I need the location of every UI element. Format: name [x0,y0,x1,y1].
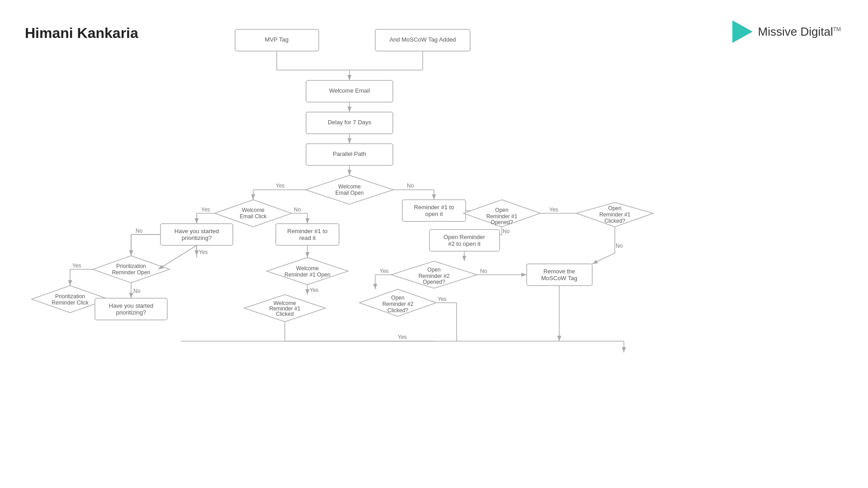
svg-text:No: No [294,206,301,213]
svg-text:Yes: Yes [380,268,389,274]
svg-text:Yes: Yes [72,263,81,269]
svg-text:Open: Open [427,267,440,273]
open-reminder2-to-open-box: Open Reminder #2 to open it [429,230,500,251]
svg-text:Welcome: Welcome [338,183,361,190]
open-reminder2-clicked-diamond: Open Reminder #2 Clicked? [359,289,436,316]
welcome-reminder1-open-diamond: Welcome Reminder #1 Open [267,258,348,285]
svg-text:Open: Open [495,207,508,213]
svg-text:Clicked?: Clicked? [387,307,408,314]
open-reminder1-opened-diamond: Open Reminder #1 Opened? [463,200,540,227]
svg-line-122 [158,245,197,269]
svg-text:Reminder #1: Reminder #1 [599,211,631,218]
welcome-email-open-diamond: Welcome Email Open [306,175,393,204]
svg-text:No: No [136,228,143,234]
svg-text:Clicked?: Clicked? [604,218,625,224]
svg-text:Open: Open [391,295,404,301]
svg-text:Email Open: Email Open [335,190,364,196]
svg-line-117 [592,253,615,264]
svg-text:Yes: Yes [276,183,285,189]
svg-text:read it: read it [299,235,316,241]
have-started-prioritizing2-box: Have you started prioritizing? [95,298,167,320]
prioritization-reminder-open-diamond: Prioritization Reminder Open [93,256,170,283]
svg-text:Reminder #1 to: Reminder #1 to [414,204,454,211]
svg-text:No: No [407,183,414,189]
reminder1-open-it-box: Reminder #1 to open it [402,200,466,221]
welcome-email-box: Welcome Email [306,80,393,102]
svg-text:Reminder #2: Reminder #2 [419,273,450,279]
svg-text:#2 to open it: #2 to open it [448,240,481,247]
svg-text:prioritizing?: prioritizing? [182,235,212,241]
svg-text:Welcome: Welcome [242,207,264,213]
parallel-path-box: Parallel Path [306,144,393,165]
svg-text:Reminder Click: Reminder Click [52,300,89,306]
svg-text:Reminder #2: Reminder #2 [382,301,414,307]
svg-text:Delay for 7 Days: Delay for 7 Days [328,119,372,126]
flowchart: MVP Tag And MoSCoW Tag Added Welcome Ema… [0,0,868,488]
svg-text:Remove the: Remove the [543,268,575,275]
svg-text:Yes: Yes [398,334,407,340]
svg-text:Email Click: Email Click [240,213,267,220]
svg-text:Parallel Path: Parallel Path [333,150,366,157]
svg-text:Yes: Yes [549,206,558,213]
svg-text:Reminder #1 to: Reminder #1 to [288,228,328,235]
svg-text:Yes: Yes [201,206,210,213]
svg-text:Opened?: Opened? [423,279,445,285]
svg-text:Welcome: Welcome [296,265,319,272]
svg-text:Clicked: Clicked [276,311,293,317]
svg-text:Yes: Yes [310,287,319,293]
mvp-tag-box: MVP Tag [235,29,319,51]
reminder1-read-box: Reminder #1 to read it [276,224,339,245]
svg-text:Reminder Open: Reminder Open [112,269,151,276]
open-reminder1-clicked-diamond: Open Reminder #1 Clicked? [576,202,653,227]
svg-text:Open Reminder: Open Reminder [443,234,485,240]
svg-text:Yes: Yes [199,249,208,255]
svg-text:Prioritization: Prioritization [116,263,146,269]
welcome-reminder1-clicked-diamond: Welcome Reminder #1 Clicked [244,295,326,322]
svg-text:Open: Open [608,205,621,211]
welcome-email-click-diamond: Welcome Email Click [215,200,292,227]
svg-text:Opened?: Opened? [491,219,513,225]
svg-text:No: No [133,288,141,294]
svg-text:MVP Tag: MVP Tag [265,36,288,43]
svg-text:Welcome Email: Welcome Email [329,87,370,94]
remove-moscow-box: Remove the MoSCoW Tag [527,264,592,286]
moscow-tag-box: And MoSCoW Tag Added [375,29,470,51]
svg-text:Reminder #1: Reminder #1 [486,213,518,220]
open-reminder2-opened-diamond: Open Reminder #2 Opened? [391,261,477,288]
svg-text:Prioritization: Prioritization [55,293,85,300]
svg-text:prioritizing?: prioritizing? [116,309,146,316]
svg-text:No: No [503,228,510,235]
delay-box: Delay for 7 Days [306,112,393,134]
svg-text:Have you started: Have you started [109,302,153,309]
svg-text:No: No [616,243,623,249]
svg-text:MoSCoW Tag: MoSCoW Tag [541,275,577,282]
svg-text:Yes: Yes [438,296,447,302]
svg-text:No: No [480,268,487,274]
svg-text:Have you started: Have you started [175,228,219,235]
have-started-prioritizing1-box: Have you started prioritizing? [160,224,233,245]
svg-text:Reminder #1 Open: Reminder #1 Open [284,272,330,278]
svg-text:open it: open it [425,211,443,217]
svg-text:And MoSCoW Tag Added: And MoSCoW Tag Added [389,36,456,43]
